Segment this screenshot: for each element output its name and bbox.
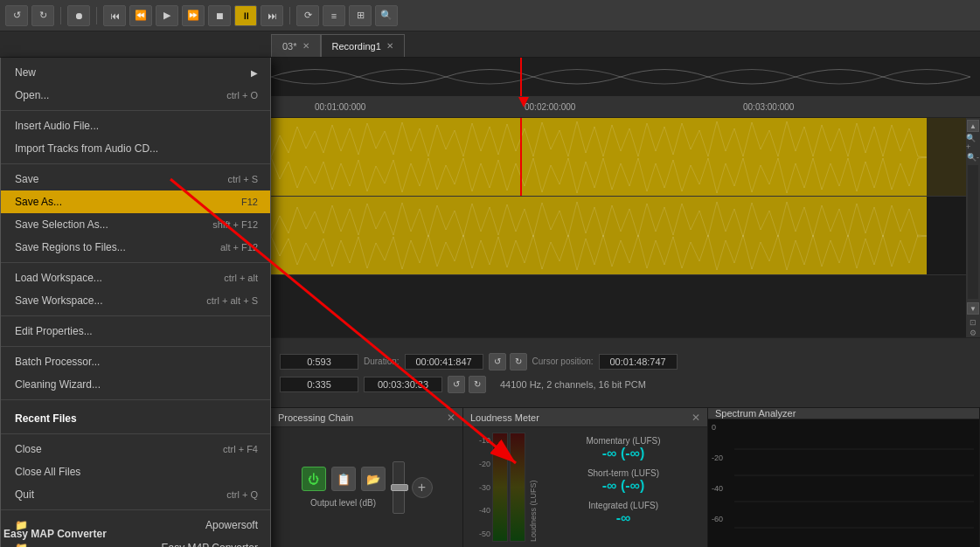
menu-item-insert-audio[interactable]: Insert Audio File... (1, 114, 270, 137)
fast-forward-btn[interactable]: ⏩ (182, 5, 205, 26)
power-btn[interactable]: ⏻ (302, 467, 326, 491)
menu-item-save-regions[interactable]: Save Regions to Files... alt + F12 (1, 236, 270, 259)
chain-icons: ⏻ 📋 📂 (302, 467, 386, 491)
processing-chain-close[interactable]: ✕ (447, 412, 455, 424)
fader-container (393, 461, 405, 514)
time-mark-3: 00:03:00:000 (743, 102, 794, 112)
playhead-triangle (518, 97, 529, 107)
sep-8 (1, 509, 270, 510)
skip-start-btn[interactable]: ⏮ (103, 5, 126, 26)
record-btn[interactable]: ⏺ (67, 5, 90, 26)
menu-item-save-workspace[interactable]: Save Workspace... ctrl + alt + S (1, 289, 270, 312)
vu-bar-l (492, 433, 508, 542)
tab-03-close[interactable]: ✕ (302, 41, 309, 51)
momentary-value: -∞ (-∞) (602, 446, 645, 461)
menu-item-save-as[interactable]: Save As... F12 (1, 190, 270, 213)
menu-item-edit-properties[interactable]: Edit Properties... (1, 320, 270, 343)
duration-value2: 00:03:30:33 (364, 377, 442, 392)
scrollbar-track[interactable] (968, 165, 978, 299)
loudness-panel: Loudness Meter ✕ -10 -20 -30 -40 -50 (463, 408, 708, 547)
toolbar-sep-1 (60, 7, 61, 24)
output-fader[interactable] (393, 461, 405, 514)
momentary-label: Momentary (LUFS) (586, 436, 660, 446)
pause-btn[interactable]: ⏸ (234, 5, 257, 26)
redo-sel-btn2[interactable]: ↻ (469, 376, 486, 393)
zoom-in-btn[interactable]: 🔍+ (966, 134, 980, 151)
play-btn[interactable]: ▶ (156, 5, 178, 26)
selection-info: 0:593 Duration: 00:00:41:847 ↺ ↻ Cursor … (280, 353, 678, 393)
copy-btn[interactable]: 📋 (331, 467, 356, 491)
spec-20: -20 (712, 454, 723, 462)
stop-btn[interactable]: ⏹ (208, 5, 231, 26)
spec-0: 0 (712, 423, 723, 432)
menu-item-load-workspace[interactable]: Load Workspace... ctrl + alt (1, 267, 270, 289)
tab-recording1[interactable]: Recording1 ✕ (321, 34, 405, 57)
vu-bar-l-fill (493, 433, 507, 541)
search-btn[interactable]: 🔍 (375, 5, 398, 26)
scroll-up-btn[interactable]: ▲ (967, 120, 979, 132)
fader-thumb (391, 484, 408, 491)
zoom-fit-btn[interactable]: ⊡ (970, 318, 977, 327)
insert-audio-label: Insert Audio File... (15, 120, 99, 132)
menu-item-save-selection[interactable]: Save Selection As... shift + F12 (1, 213, 270, 236)
layers-btn[interactable]: ≡ (323, 5, 345, 26)
sep-4 (1, 315, 270, 316)
undo-btn[interactable]: ↺ (5, 5, 28, 26)
add-chain-btn[interactable]: + (412, 477, 433, 498)
svg-rect-4 (734, 423, 974, 547)
waveform-track-1[interactable] (271, 118, 966, 197)
skip-end-btn[interactable]: ⏭ (261, 5, 283, 26)
menu-item-quit[interactable]: Quit ctrl + Q (1, 483, 270, 506)
sep-5 (1, 346, 270, 347)
menu-item-save[interactable]: Save ctrl + S (1, 168, 270, 190)
waveform-track-2[interactable] (271, 197, 966, 275)
sep-2 (1, 163, 270, 164)
menu-item-close[interactable]: Close ctrl + F4 (1, 438, 270, 460)
menu-item-open[interactable]: Open... ctrl + O (1, 84, 270, 107)
menu-item-cleaning[interactable]: Cleaning Wizard... (1, 373, 270, 396)
easy-m4p-label: Easy M4P Converter (162, 542, 259, 547)
redo-sel-btn[interactable]: ↻ (510, 353, 527, 370)
chain-buttons: ⏻ 📋 📂 Output level (dB) (302, 467, 386, 508)
tabs-row: 03* ✕ Recording1 ✕ (0, 31, 980, 58)
redo-btn[interactable]: ↻ (31, 5, 54, 26)
open-shortcut: ctrl + O (226, 90, 258, 100)
menu-item-close-all[interactable]: Close All Files (1, 460, 270, 483)
tab-recording1-close[interactable]: ✕ (386, 41, 393, 51)
spectrum-svg (734, 423, 974, 547)
rewind-btn[interactable]: ⏪ (129, 5, 152, 26)
scroll-down-btn[interactable]: ▼ (967, 302, 979, 315)
folder-open-btn[interactable]: 📂 (361, 467, 386, 491)
save-workspace-shortcut: ctrl + alt + S (206, 295, 258, 306)
processing-chain-header: Processing Chain ✕ (271, 408, 462, 427)
save-label: Save (15, 173, 38, 185)
integrated-value: -∞ (616, 510, 631, 526)
menu-item-batch[interactable]: Batch Processor... (1, 350, 270, 373)
menu-item-import-cd[interactable]: Import Tracks from Audio CD... (1, 137, 270, 160)
menu-item-new[interactable]: New ▶ (1, 61, 270, 84)
momentary-stat: Momentary (LUFS) -∞ (-∞) (548, 436, 699, 461)
quit-label: Quit (15, 488, 34, 501)
undo-sel-btn[interactable]: ↺ (489, 353, 506, 370)
tab-03-label: 03* (282, 41, 297, 52)
tab-03[interactable]: 03* ✕ (271, 34, 321, 57)
spec-60: -60 (712, 515, 723, 523)
vu-scale-50: -50 (469, 530, 490, 538)
undo-redo-btns: ↺ ↻ (489, 353, 527, 370)
sep-1 (1, 110, 270, 111)
settings-btn[interactable]: ⚙ (970, 329, 977, 337)
zoom-out-btn[interactable]: 🔍- (967, 153, 979, 162)
right-scrollbar: ▲ 🔍+ 🔍- ▼ ⊡ ⚙ (966, 118, 980, 337)
spec-40: -40 (712, 484, 723, 493)
grid-btn[interactable]: ⊞ (349, 5, 372, 26)
sep-6 (1, 399, 270, 400)
loudness-close[interactable]: ✕ (692, 412, 700, 424)
vu-bars (492, 433, 525, 542)
vu-scale-30: -30 (469, 483, 490, 492)
undo-sel-btn2[interactable]: ↺ (448, 376, 465, 393)
undo-redo-btns2: ↺ ↻ (448, 376, 486, 393)
save-selection-shortcut: shift + F12 (212, 219, 258, 230)
mini-waveform (271, 58, 980, 97)
track-wrapper: ▲ 🔍+ 🔍- ▼ ⊡ ⚙ (271, 118, 980, 337)
loop-btn[interactable]: ⟳ (296, 5, 319, 26)
